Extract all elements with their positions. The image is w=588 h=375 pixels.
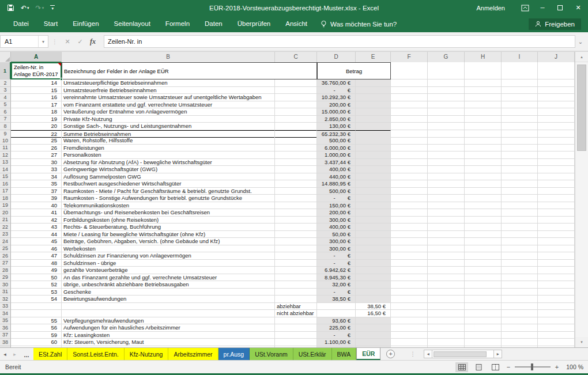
cell-H15[interactable] [465, 173, 502, 181]
cell-F20[interactable] [391, 209, 428, 217]
cell-C9[interactable] [275, 130, 317, 138]
cell-F28[interactable] [391, 267, 428, 274]
cell-A20[interactable]: 41 [11, 209, 62, 217]
row-header-12[interactable]: 12 [0, 151, 11, 159]
cell-F23[interactable] [391, 231, 428, 238]
cell-H36[interactable] [465, 324, 502, 332]
cell-H23[interactable] [465, 231, 502, 238]
cell-D6[interactable]: 15.000,00 € [317, 108, 356, 116]
cell-F4[interactable] [391, 94, 428, 101]
cell-J5[interactable] [538, 101, 575, 109]
cell-B19[interactable]: Telekommunikationskosten [62, 202, 275, 210]
cell-E37[interactable] [356, 332, 391, 339]
cell-C37[interactable] [275, 332, 317, 339]
cell-H34[interactable] [465, 310, 502, 317]
cell-H17[interactable] [465, 188, 502, 195]
row-header-1[interactable]: 1 [0, 62, 11, 79]
cell-H29[interactable] [465, 274, 502, 282]
cell-I1[interactable] [502, 62, 538, 79]
cell-E24[interactable] [356, 238, 391, 245]
cell-E10[interactable] [356, 137, 391, 145]
undo-icon[interactable]: ↶ [21, 5, 29, 12]
cell-D13[interactable]: 3.437,44 € [317, 159, 356, 166]
cell-B39[interactable]: Sonstige tatsächliche Fahrtkosten [62, 346, 275, 348]
cell-H37[interactable] [465, 332, 502, 339]
vertical-scrollbar-thumb[interactable] [577, 65, 586, 151]
cell-J23[interactable] [538, 231, 575, 238]
cell-G1[interactable] [428, 62, 465, 79]
cell-C39[interactable] [275, 346, 317, 348]
cell-F5[interactable] [391, 101, 428, 109]
cell-A24[interactable]: 45 [11, 238, 62, 245]
row-header-3[interactable]: 3 [0, 87, 11, 94]
cell-H27[interactable] [465, 260, 502, 267]
sheet-tab-eür[interactable]: EÜR [356, 348, 380, 360]
cell-E4[interactable] [356, 94, 391, 101]
cell-C23[interactable] [275, 231, 317, 238]
cell-C36[interactable] [275, 324, 317, 332]
cell-B7[interactable]: Private Kfz-Nutzung [62, 116, 275, 123]
row-header-18[interactable]: 18 [0, 195, 11, 202]
zoom-slider-thumb[interactable] [531, 363, 533, 370]
cell-C3[interactable] [275, 87, 317, 94]
maximize-button[interactable] [551, 0, 568, 16]
cell-C31[interactable] [275, 289, 317, 296]
cell-G25[interactable] [428, 245, 465, 253]
cell-H22[interactable] [465, 224, 502, 231]
cell-C10[interactable] [275, 137, 317, 145]
column-header-A[interactable]: A [11, 52, 62, 63]
cell-E35[interactable] [356, 317, 391, 325]
cell-H10[interactable] [465, 137, 502, 145]
cell-H12[interactable] [465, 151, 502, 159]
cell-J7[interactable] [538, 116, 575, 123]
cell-C12[interactable] [275, 151, 317, 159]
row-header-32[interactable]: 32 [0, 296, 11, 303]
cell-F26[interactable] [391, 252, 428, 260]
cell-C32[interactable] [275, 296, 317, 303]
cell-D32[interactable]: 38,50 € [317, 296, 356, 303]
row-header-9[interactable]: 9 [0, 130, 11, 138]
cell-J36[interactable] [538, 324, 575, 332]
cell-C8[interactable] [275, 123, 317, 130]
cell-J32[interactable] [538, 296, 575, 303]
normal-view-icon[interactable] [455, 362, 468, 372]
cell-G8[interactable] [428, 123, 465, 130]
cell-B6[interactable]: Veräußerung oder Entnahme von Anlageverm… [62, 108, 275, 116]
cell-D38[interactable]: 1.100,00 € [317, 339, 356, 346]
cell-A6[interactable]: 18 [11, 108, 62, 116]
cell-B37[interactable]: Kfz: Leasingkosten [62, 332, 275, 339]
cell-J17[interactable] [538, 188, 575, 195]
cell-F27[interactable] [391, 260, 428, 267]
cell-A7[interactable]: 19 [11, 116, 62, 123]
cell-C34[interactable]: nicht abziehbar [275, 310, 317, 317]
sign-in-link[interactable]: Anmelden [465, 0, 517, 16]
close-button[interactable] [568, 0, 588, 16]
cell-F22[interactable] [391, 224, 428, 231]
customize-quick-access-icon[interactable] [50, 5, 55, 10]
ribbon-tab-datei[interactable]: Datei [6, 16, 36, 32]
cell-E9[interactable] [356, 130, 391, 138]
row-header-15[interactable]: 15 [0, 173, 11, 181]
cell-A14[interactable]: 33 [11, 166, 62, 173]
cell-C7[interactable] [275, 116, 317, 123]
column-header-H[interactable]: H [465, 52, 502, 63]
cell-A37[interactable]: 59 [11, 332, 62, 339]
cell-A30[interactable]: 52 [11, 281, 62, 289]
row-header-21[interactable]: 21 [0, 217, 11, 224]
cell-G14[interactable] [428, 166, 465, 173]
cell-I2[interactable] [502, 79, 538, 87]
cell-I26[interactable] [502, 252, 538, 260]
row-header-29[interactable]: 29 [0, 274, 11, 282]
cell-I25[interactable] [502, 245, 538, 253]
cell-G26[interactable] [428, 252, 465, 260]
sheet-tab-pr-ausg[interactable]: pr.Ausg [218, 348, 250, 360]
cell-J13[interactable] [538, 159, 575, 166]
cell-D15[interactable]: 440,00 € [317, 173, 356, 181]
row-header-13[interactable]: 13 [0, 159, 11, 166]
cell-I27[interactable] [502, 260, 538, 267]
cell-A8[interactable]: 20 [11, 123, 62, 130]
cell-B34[interactable] [62, 310, 275, 317]
cell-I31[interactable] [502, 289, 538, 296]
formula-bar-expand-icon[interactable] [575, 39, 586, 45]
tell-me-box[interactable]: Was möchten Sie tun? [321, 20, 397, 28]
